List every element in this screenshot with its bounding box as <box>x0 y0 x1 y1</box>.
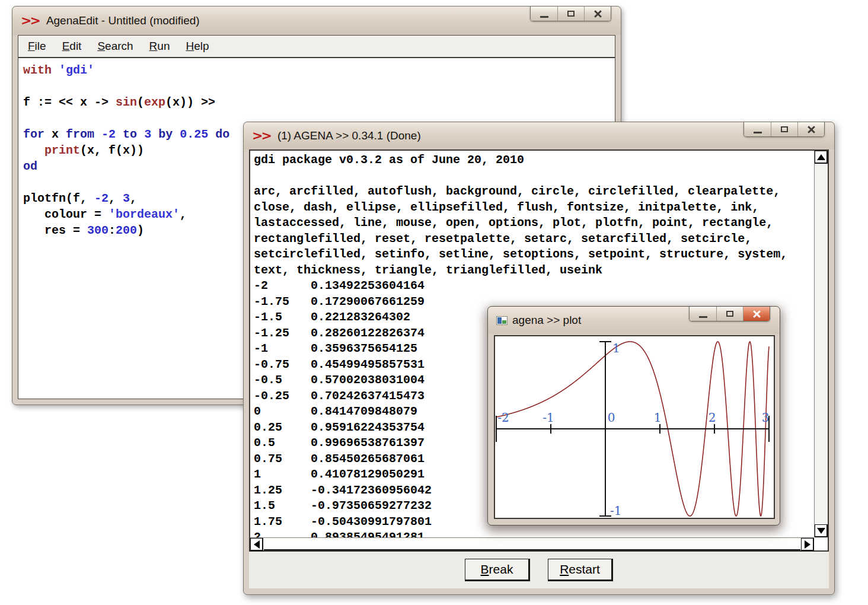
plot-window: agena >> plot -2-101231-1 <box>487 306 780 526</box>
maximize-button[interactable] <box>771 122 797 136</box>
menu-bar: FileEditSearchRunHelp <box>18 36 615 58</box>
terminal-button-row: BreakRestart <box>249 552 829 588</box>
code-line: f := << x -> sin(exp(x)) >> <box>23 94 610 110</box>
close-icon <box>752 310 761 319</box>
code-line: with 'gdi' <box>23 62 610 78</box>
close-button[interactable] <box>743 307 770 321</box>
horizontal-scrollbar[interactable] <box>250 537 814 550</box>
minimize-button[interactable] <box>744 122 771 136</box>
editor-titlebar[interactable]: >> AgenaEdit - Untitled (modified) <box>12 7 621 35</box>
agena-app-icon: >> <box>252 129 273 142</box>
vertical-scrollbar[interactable] <box>814 151 828 537</box>
restart-button[interactable]: Restart <box>548 559 613 581</box>
terminal-window-controls <box>743 122 825 137</box>
x-tick-label: -1 <box>542 410 554 425</box>
arrow-right-icon <box>805 540 810 549</box>
scroll-left-button[interactable] <box>250 538 263 551</box>
maximize-icon <box>567 11 575 17</box>
x-tick-label: 0 <box>608 410 615 425</box>
code-line <box>23 78 610 94</box>
x-tick-label: 1 <box>654 410 662 425</box>
x-tick-label: -2 <box>497 410 509 425</box>
y-tick-label: 1 <box>612 341 620 355</box>
maximize-button[interactable] <box>557 7 584 21</box>
plot-window-icon <box>496 316 508 325</box>
break-button[interactable]: Break <box>465 559 530 581</box>
maximize-button[interactable] <box>716 307 743 321</box>
close-icon <box>593 9 602 18</box>
y-tick-label: -1 <box>610 504 621 518</box>
menu-help[interactable]: Help <box>186 40 209 53</box>
maximize-icon <box>781 126 788 132</box>
terminal-titlebar[interactable]: >> (1) AGENA >> 0.34.1 (Done) <box>244 122 834 149</box>
arrow-left-icon <box>254 540 260 549</box>
horizontal-scrollbar-thumb[interactable] <box>264 538 800 550</box>
editor-window-title: AgenaEdit - Untitled (modified) <box>46 14 200 27</box>
plot-window-controls <box>689 307 770 321</box>
menu-edit[interactable]: Edit <box>62 40 82 53</box>
terminal-window-title: (1) AGENA >> 0.34.1 (Done) <box>277 129 421 142</box>
close-icon <box>807 125 816 134</box>
menu-search[interactable]: Search <box>97 40 133 53</box>
scroll-right-button[interactable] <box>801 538 814 551</box>
plot-canvas: -2-101231-1 <box>494 335 775 519</box>
function-plot-svg: -2-101231-1 <box>495 336 774 518</box>
minimize-button[interactable] <box>531 7 557 21</box>
plot-titlebar[interactable]: agena >> plot <box>488 307 780 334</box>
plot-window-title: agena >> plot <box>512 314 581 327</box>
x-tick-label: 2 <box>709 410 716 425</box>
close-button[interactable] <box>584 7 611 21</box>
x-tick-label: 3 <box>762 410 770 425</box>
agena-app-icon: >> <box>21 14 42 27</box>
scroll-up-button[interactable] <box>815 151 828 164</box>
minimize-icon <box>699 316 707 318</box>
close-button[interactable] <box>797 122 824 136</box>
editor-window-controls <box>530 7 611 21</box>
arrow-down-icon <box>817 528 825 534</box>
minimize-icon <box>540 16 548 18</box>
menu-file[interactable]: File <box>28 40 46 53</box>
menu-run[interactable]: Run <box>149 40 170 53</box>
maximize-icon <box>726 311 733 317</box>
arrow-up-icon <box>817 154 825 160</box>
minimize-icon <box>754 132 762 133</box>
scroll-down-button[interactable] <box>815 524 828 537</box>
minimize-button[interactable] <box>690 307 716 321</box>
